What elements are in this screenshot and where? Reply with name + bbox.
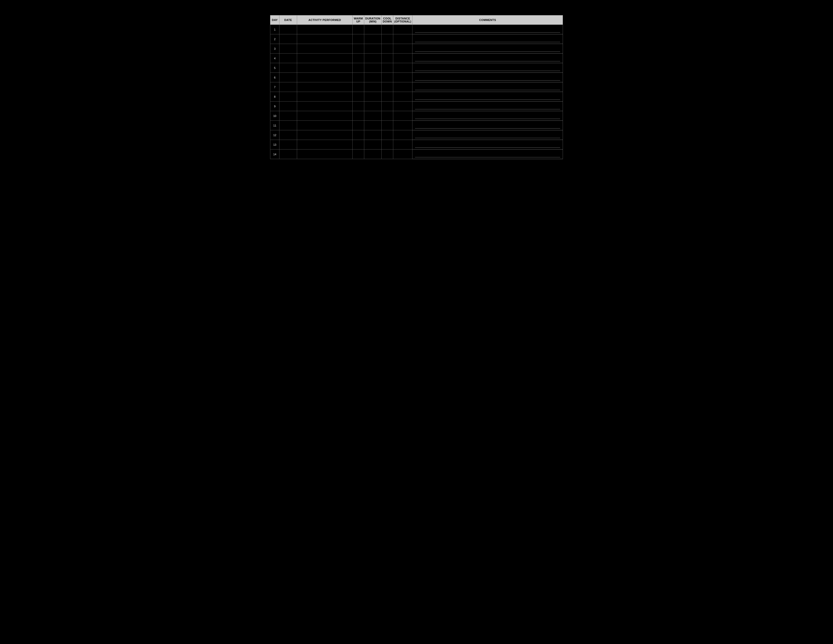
cool-down-cell[interactable] (381, 101, 393, 111)
distance-cell[interactable] (393, 101, 412, 111)
activity-cell[interactable] (297, 92, 353, 101)
distance-cell[interactable] (393, 140, 412, 150)
comments-cell[interactable] (412, 101, 563, 111)
date-cell[interactable] (280, 34, 297, 44)
comments-cell[interactable] (412, 63, 563, 73)
date-cell[interactable] (280, 53, 297, 63)
distance-cell[interactable] (393, 73, 412, 82)
date-cell[interactable] (280, 82, 297, 92)
date-cell[interactable] (280, 92, 297, 101)
activity-cell[interactable] (297, 82, 353, 92)
comments-cell[interactable] (412, 82, 563, 92)
duration-cell[interactable] (364, 92, 382, 101)
warm-up-cell[interactable] (353, 82, 364, 92)
duration-cell[interactable] (364, 82, 382, 92)
distance-cell[interactable] (393, 150, 412, 159)
date-cell[interactable] (280, 73, 297, 82)
activity-cell[interactable] (297, 150, 353, 159)
date-cell[interactable] (280, 130, 297, 140)
distance-cell[interactable] (393, 25, 412, 34)
day-cell: 14 (270, 150, 280, 159)
duration-cell[interactable] (364, 73, 382, 82)
duration-cell[interactable] (364, 44, 382, 53)
activity-cell[interactable] (297, 63, 353, 73)
comments-cell[interactable] (412, 140, 563, 150)
distance-cell[interactable] (393, 63, 412, 73)
comments-cell[interactable] (412, 34, 563, 44)
warm-up-cell[interactable] (353, 63, 364, 73)
date-cell[interactable] (280, 150, 297, 159)
cool-down-cell[interactable] (381, 111, 393, 121)
distance-cell[interactable] (393, 111, 412, 121)
duration-cell[interactable] (364, 130, 382, 140)
warm-up-cell[interactable] (353, 92, 364, 101)
date-cell[interactable] (280, 63, 297, 73)
comments-cell[interactable] (412, 44, 563, 53)
warm-up-cell[interactable] (353, 111, 364, 121)
activity-cell[interactable] (297, 25, 353, 34)
cool-down-cell[interactable] (381, 34, 393, 44)
activity-cell[interactable] (297, 34, 353, 44)
warm-up-cell[interactable] (353, 140, 364, 150)
date-cell[interactable] (280, 111, 297, 121)
date-cell[interactable] (280, 121, 297, 130)
comments-cell[interactable] (412, 53, 563, 63)
date-cell[interactable] (280, 44, 297, 53)
warm-up-cell[interactable] (353, 25, 364, 34)
activity-cell[interactable] (297, 130, 353, 140)
distance-cell[interactable] (393, 121, 412, 130)
activity-cell[interactable] (297, 73, 353, 82)
duration-cell[interactable] (364, 111, 382, 121)
date-cell[interactable] (280, 101, 297, 111)
duration-cell[interactable] (364, 63, 382, 73)
warm-up-cell[interactable] (353, 34, 364, 44)
cool-down-cell[interactable] (381, 150, 393, 159)
cool-down-cell[interactable] (381, 92, 393, 101)
activity-cell[interactable] (297, 44, 353, 53)
duration-cell[interactable] (364, 25, 382, 34)
cool-down-cell[interactable] (381, 53, 393, 63)
cool-down-cell[interactable] (381, 121, 393, 130)
table-row: 14 (270, 150, 563, 159)
duration-cell[interactable] (364, 34, 382, 44)
warm-up-cell[interactable] (353, 150, 364, 159)
cool-down-cell[interactable] (381, 82, 393, 92)
distance-cell[interactable] (393, 92, 412, 101)
comments-cell[interactable] (412, 73, 563, 82)
cool-down-cell[interactable] (381, 44, 393, 53)
duration-cell[interactable] (364, 121, 382, 130)
date-cell[interactable] (280, 140, 297, 150)
activity-cell[interactable] (297, 111, 353, 121)
activity-cell[interactable] (297, 101, 353, 111)
comments-cell[interactable] (412, 150, 563, 159)
distance-cell[interactable] (393, 44, 412, 53)
cool-down-cell[interactable] (381, 130, 393, 140)
comments-cell[interactable] (412, 121, 563, 130)
warm-up-cell[interactable] (353, 44, 364, 53)
duration-cell[interactable] (364, 53, 382, 63)
comments-cell[interactable] (412, 92, 563, 101)
cool-down-cell[interactable] (381, 63, 393, 73)
warm-up-cell[interactable] (353, 101, 364, 111)
activity-cell[interactable] (297, 140, 353, 150)
activity-cell[interactable] (297, 121, 353, 130)
activity-cell[interactable] (297, 53, 353, 63)
distance-cell[interactable] (393, 34, 412, 44)
comments-cell[interactable] (412, 130, 563, 140)
cool-down-cell[interactable] (381, 25, 393, 34)
distance-cell[interactable] (393, 53, 412, 63)
date-cell[interactable] (280, 25, 297, 34)
distance-cell[interactable] (393, 130, 412, 140)
duration-cell[interactable] (364, 140, 382, 150)
duration-cell[interactable] (364, 150, 382, 159)
cool-down-cell[interactable] (381, 140, 393, 150)
warm-up-cell[interactable] (353, 130, 364, 140)
comments-cell[interactable] (412, 111, 563, 121)
warm-up-cell[interactable] (353, 53, 364, 63)
comments-cell[interactable] (412, 25, 563, 34)
cool-down-cell[interactable] (381, 73, 393, 82)
distance-cell[interactable] (393, 82, 412, 92)
duration-cell[interactable] (364, 101, 382, 111)
warm-up-cell[interactable] (353, 73, 364, 82)
warm-up-cell[interactable] (353, 121, 364, 130)
